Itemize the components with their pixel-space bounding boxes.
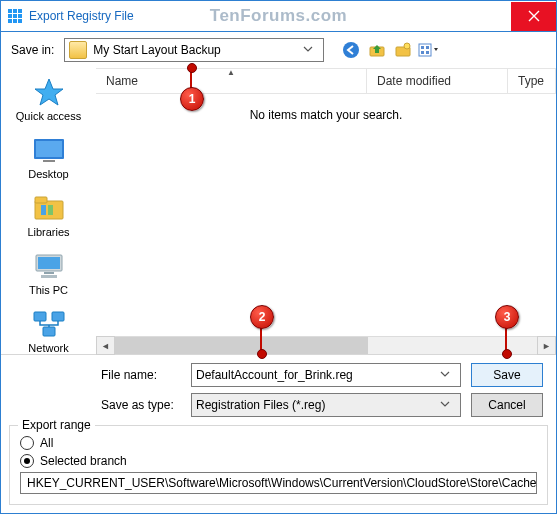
up-one-level-button[interactable] [366, 39, 388, 61]
regedit-app-icon [7, 8, 23, 24]
place-label: Network [28, 342, 68, 354]
export-range-legend: Export range [18, 418, 95, 432]
svg-rect-28 [41, 275, 57, 278]
annotation-marker-1: 1 [180, 87, 204, 111]
file-name-input[interactable]: DefaultAccount_for_Brink.reg [191, 363, 461, 387]
place-libraries[interactable]: Libraries [9, 192, 89, 238]
place-label: Desktop [28, 168, 68, 180]
titlebar: Export Registry File TenForums.com [1, 1, 556, 32]
radio-label: Selected branch [40, 454, 127, 468]
annotation-line-2 [260, 326, 262, 350]
svg-rect-7 [13, 19, 17, 23]
save-in-combo[interactable]: My Start Layout Backup [64, 38, 324, 62]
svg-rect-3 [8, 14, 12, 18]
svg-rect-0 [8, 9, 12, 13]
radio-icon [20, 436, 34, 450]
svg-rect-22 [35, 197, 47, 203]
svg-rect-6 [8, 19, 12, 23]
annotation-marker-2: 2 [250, 305, 274, 329]
svg-rect-23 [41, 205, 46, 215]
annotation-marker-3: 3 [495, 305, 519, 329]
radio-checked-icon [20, 454, 34, 468]
quick-access-icon [31, 76, 67, 108]
svg-rect-31 [43, 327, 55, 336]
svg-rect-5 [18, 14, 22, 18]
save-fields: File name: DefaultAccount_for_Brink.reg … [1, 355, 556, 423]
window-title: Export Registry File [29, 9, 134, 23]
save-in-label: Save in: [11, 43, 54, 57]
save-as-type-combo[interactable]: Registration Files (*.reg) [191, 393, 461, 417]
svg-rect-1 [13, 9, 17, 13]
save-as-type-value: Registration Files (*.reg) [196, 398, 325, 412]
annotation-line-3 [505, 326, 507, 350]
scrollbar-thumb[interactable] [115, 337, 368, 354]
export-range-selected-branch-radio[interactable]: Selected branch [20, 454, 537, 468]
chevron-down-icon [440, 368, 456, 382]
export-range-group: Export range All Selected branch HKEY_CU… [9, 425, 548, 505]
svg-rect-26 [38, 257, 60, 269]
svg-rect-27 [44, 272, 54, 274]
place-desktop[interactable]: Desktop [9, 134, 89, 180]
desktop-icon [31, 134, 67, 166]
close-button[interactable] [511, 2, 556, 31]
file-list-area: Name ▲ Date modified Type No items match… [96, 68, 556, 354]
place-label: This PC [29, 284, 68, 296]
svg-rect-30 [52, 312, 64, 321]
svg-rect-15 [426, 46, 429, 49]
back-button[interactable] [340, 39, 362, 61]
scroll-right-button[interactable]: ► [537, 336, 556, 355]
dialog-body: Quick access Desktop Libraries This PC [1, 68, 556, 355]
place-label: Libraries [27, 226, 69, 238]
annotation-dot-1 [187, 63, 197, 73]
place-quick-access[interactable]: Quick access [9, 76, 89, 122]
cancel-button[interactable]: Cancel [471, 393, 543, 417]
scrollbar-track[interactable] [115, 337, 537, 354]
place-this-pc[interactable]: This PC [9, 250, 89, 296]
views-button[interactable] [418, 39, 440, 61]
column-name[interactable]: Name ▲ [96, 69, 367, 93]
svg-rect-8 [18, 19, 22, 23]
network-icon [31, 308, 67, 340]
svg-rect-24 [48, 205, 53, 215]
save-in-value: My Start Layout Backup [93, 43, 220, 57]
save-button[interactable]: Save [471, 363, 543, 387]
column-headers: Name ▲ Date modified Type [96, 68, 556, 94]
svg-rect-2 [18, 9, 22, 13]
scroll-left-button[interactable]: ◄ [96, 336, 115, 355]
new-folder-button[interactable] [392, 39, 414, 61]
svg-rect-14 [421, 46, 424, 49]
places-bar: Quick access Desktop Libraries This PC [1, 68, 96, 354]
empty-list-message: No items match your search. [96, 108, 556, 122]
svg-rect-19 [36, 141, 62, 157]
sort-ascending-icon: ▲ [227, 68, 235, 77]
chevron-down-icon [303, 43, 319, 57]
toolbar: Save in: My Start Layout Backup [1, 32, 556, 68]
file-list[interactable]: No items match your search. [96, 94, 556, 336]
svg-rect-4 [13, 14, 17, 18]
svg-rect-17 [426, 51, 429, 54]
svg-rect-29 [34, 312, 46, 321]
export-range-all-radio[interactable]: All [20, 436, 537, 450]
selected-branch-value: HKEY_CURRENT_USER\Software\Microsoft\Win… [27, 476, 537, 490]
svg-point-9 [343, 42, 359, 58]
column-type[interactable]: Type [508, 69, 556, 93]
svg-rect-13 [419, 44, 431, 56]
place-label: Quick access [16, 110, 81, 122]
save-as-type-label: Save as type: [101, 398, 181, 412]
this-pc-icon [31, 250, 67, 282]
chevron-down-icon [440, 398, 456, 412]
folder-icon [69, 41, 87, 59]
annotation-dot-2 [257, 349, 267, 359]
annotation-dot-3 [502, 349, 512, 359]
watermark-text: TenForums.com [210, 6, 347, 26]
svg-rect-16 [421, 51, 424, 54]
horizontal-scrollbar[interactable]: ◄ ► [96, 336, 556, 354]
column-date-modified[interactable]: Date modified [367, 69, 508, 93]
export-registry-dialog: Export Registry File TenForums.com Save … [0, 0, 557, 514]
file-name-label: File name: [101, 368, 181, 382]
file-name-value: DefaultAccount_for_Brink.reg [196, 368, 353, 382]
selected-branch-input[interactable]: HKEY_CURRENT_USER\Software\Microsoft\Win… [20, 472, 537, 494]
svg-rect-20 [43, 160, 55, 162]
libraries-icon [31, 192, 67, 224]
place-network[interactable]: Network [9, 308, 89, 354]
